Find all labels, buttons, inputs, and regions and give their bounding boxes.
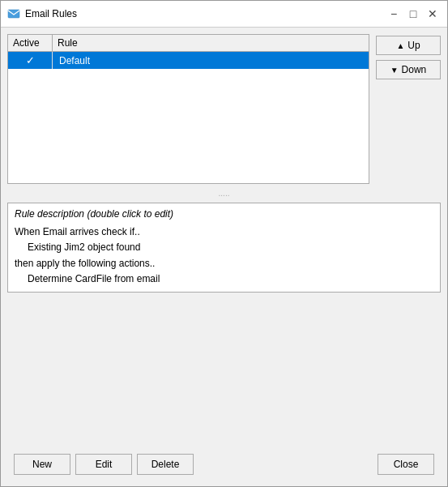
table-row[interactable]: ✓ Default (8, 52, 369, 69)
up-icon: ▲ (396, 41, 404, 50)
edit-button[interactable]: Edit (75, 454, 132, 475)
table-header: Active Rule (8, 35, 369, 52)
empty-space (7, 296, 441, 446)
description-content: When Email arrives check if.. Existing J… (15, 224, 433, 287)
row-active-cell: ✓ (8, 52, 53, 69)
row-rule-cell: Default (53, 53, 369, 69)
delete-button[interactable]: Delete (137, 454, 194, 475)
down-button[interactable]: ▼ Down (376, 60, 441, 79)
col-header-rule: Rule (53, 35, 369, 51)
col-header-active: Active (8, 35, 53, 51)
description-panel: Rule description (double click to edit) … (7, 203, 441, 293)
desc-line-4: Determine CardFile from email (15, 271, 433, 287)
svg-rect-0 (8, 10, 19, 18)
down-icon: ▼ (390, 66, 399, 75)
window-icon (7, 7, 20, 20)
down-label: Down (402, 64, 427, 75)
title-bar-controls: − □ ✕ (386, 6, 441, 22)
up-label: Up (407, 40, 420, 51)
rules-table: Active Rule ✓ Default (7, 34, 369, 184)
desc-line-2: Existing Jim2 object found (15, 240, 433, 255)
main-area: Active Rule ✓ Default ▲ Up (7, 34, 441, 184)
close-button[interactable]: Close (378, 454, 434, 475)
window-title: Email Rules (25, 8, 386, 19)
title-bar: Email Rules − □ ✕ (1, 1, 447, 28)
close-title-button[interactable]: ✕ (425, 6, 441, 22)
email-rules-window: Email Rules − □ ✕ Active Rule ✓ (0, 0, 448, 487)
desc-line-3: then apply the following actions.. (15, 256, 433, 271)
checkmark-icon: ✓ (26, 54, 35, 66)
divider-dots: ..... (7, 187, 441, 199)
window-content: Active Rule ✓ Default ▲ Up (1, 28, 447, 486)
maximize-button[interactable]: □ (405, 6, 421, 22)
table-body: ✓ Default (8, 52, 369, 183)
new-button[interactable]: New (14, 454, 70, 475)
description-title: Rule description (double click to edit) (15, 208, 433, 220)
bottom-bar: New Edit Delete Close (7, 449, 441, 480)
up-button[interactable]: ▲ Up (376, 36, 441, 55)
minimize-button[interactable]: − (386, 6, 402, 22)
desc-line-1: When Email arrives check if.. (15, 224, 433, 240)
side-buttons: ▲ Up ▼ Down (376, 34, 441, 184)
